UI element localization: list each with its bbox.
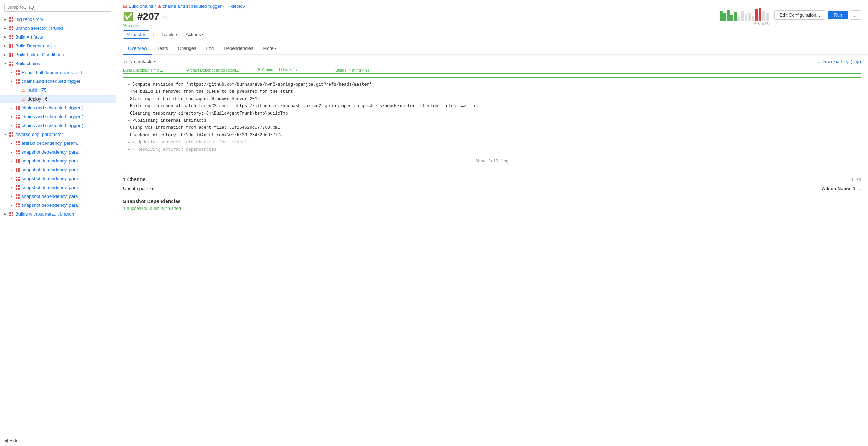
sidebar-item-snapshot-dep-2[interactable]: ▸snapshot dependency, para... (0, 156, 116, 165)
expand-arrow: ▸ (4, 26, 8, 30)
sidebar-label: snapshot dependency, para... (22, 185, 82, 190)
chart-bar (720, 11, 723, 21)
search-input[interactable] (4, 3, 111, 12)
sidebar-item-branch-selector[interactable]: ▸Branch selector (Trunk) (0, 24, 116, 33)
grid-icon (9, 17, 13, 22)
timeline-segment: ⚑Command Line < 1s (258, 68, 335, 73)
actions-button[interactable]: Actions ▾ (183, 31, 207, 38)
sidebar-item-big-repo[interactable]: ▸Big repository (0, 15, 116, 24)
sidebar: ▸Big repository▸Branch selector (Trunk)▸… (0, 0, 116, 446)
log-line: ▸Publishing internal artifacts (128, 117, 856, 124)
sidebar-label: Rebuild all dependencies and ... (22, 70, 87, 75)
expand-arrow: ▸ (4, 17, 8, 21)
success-icon: ✅ (123, 12, 134, 22)
log-expand[interactable]: ▸ (128, 117, 130, 124)
expand-arrow: ▸ (11, 141, 15, 145)
grid-icon (9, 53, 13, 57)
chart-bar (730, 15, 733, 21)
branch-button[interactable]: ⑂ master (123, 30, 149, 39)
run-button[interactable]: Run (828, 11, 848, 19)
log-line: ▸Compute revision for 'https://github.co… (128, 81, 856, 88)
hide-sidebar-button[interactable]: ◀ Hide (0, 435, 116, 446)
sidebar-item-chains-scheduled-1[interactable]: ▾chains and scheduled trigger (0, 77, 116, 86)
more-options-button[interactable]: ... (851, 10, 861, 20)
breadcrumb-deploy[interactable]: deploy (231, 4, 245, 9)
tab-dependencies[interactable]: Dependencies (219, 43, 258, 55)
details-button[interactable]: Details ▾ (157, 31, 180, 38)
sidebar-item-reverse-dep[interactable]: ▾reverse.dep. parameter (0, 130, 116, 139)
grid-icon (16, 150, 20, 154)
sidebar-label: snapshot dependency, para... (22, 202, 82, 208)
change-author: Admin Name (822, 186, 850, 191)
sidebar-item-build-75[interactable]: ⚠build +75 (0, 86, 116, 95)
sidebar-item-build-artifacts[interactable]: ▸Build Artifacts (0, 33, 116, 41)
grid-icon (16, 79, 20, 84)
sidebar-item-build-dependencies[interactable]: ▸Build Dependencies (0, 41, 116, 50)
sidebar-item-snapshot-dep-6[interactable]: ▸snapshot dependency, para... (0, 192, 116, 201)
edit-configuration-button[interactable]: Edit Configuration... (774, 10, 825, 20)
details-label: Details (160, 32, 174, 37)
chart-date-label: 6 Sep 18 (754, 22, 769, 26)
sidebar-item-snapshot-dep-5[interactable]: ▸snapshot dependency, para... (0, 183, 116, 192)
sidebar-item-chains-scheduled-3[interactable]: ▸chains and scheduled trigger (. (0, 112, 116, 121)
sidebar-label: artifact dependency, param... (22, 141, 81, 146)
chart-bar (741, 11, 744, 21)
content-area: ↑↓ No artifacts ▾ ↓ Download log (.zip) … (116, 55, 868, 446)
download-log-button[interactable]: ↓ Download log (.zip) (818, 59, 861, 64)
sidebar-label: snapshot dependency, para... (22, 149, 82, 155)
warning-icon: ⚠ (22, 97, 26, 102)
sidebar-item-chains-scheduled-4[interactable]: ▸chains and scheduled trigger (. (0, 121, 116, 130)
tab-more[interactable]: More ▾ (258, 43, 281, 55)
breadcrumb-chains-trigger[interactable]: chains and scheduled trigger (163, 4, 222, 9)
sidebar-label: Branch selector (Trunk) (15, 25, 63, 31)
sidebar-item-builds-no-branch[interactable]: ▸Builds without default branch (0, 210, 116, 218)
log-text: Compute revision for 'https://github.com… (132, 81, 856, 88)
no-artifacts-chevron: ▾ (154, 59, 156, 63)
build-action-buttons: ⑂ master | Details ▾ Actions ▾ (116, 29, 868, 41)
breadcrumb-grid-icon2: ⊞ (157, 4, 161, 9)
log-expand[interactable]: ▸ (128, 146, 130, 153)
no-artifacts-button[interactable]: ↑↓ No artifacts ▾ (123, 59, 156, 64)
log-expand[interactable]: ▸ (128, 81, 130, 88)
no-artifacts-icon: ↑↓ (123, 59, 128, 64)
sidebar-item-deploy-6[interactable]: ⚠deploy +6 (0, 95, 116, 103)
tab-overview[interactable]: Overview (123, 43, 152, 55)
tab-changes[interactable]: Changes (173, 43, 201, 55)
sidebar-item-snapshot-dep-1[interactable]: ▸snapshot dependency, para... (0, 148, 116, 156)
sidebar-item-snapshot-dep-4[interactable]: ▸snapshot dependency, para... (0, 174, 116, 183)
grid-icon (9, 26, 13, 30)
grid-icon (16, 70, 20, 75)
grid-icon (16, 141, 20, 145)
sidebar-item-snapshot-dep-7[interactable]: ▸snapshot dependency, para... (0, 201, 116, 210)
tab-tests[interactable]: Tests (152, 43, 173, 55)
timeline-progress-bar (123, 73, 861, 74)
log-expand[interactable]: ▸ (128, 139, 130, 146)
expand-arrow: ▸ (11, 106, 15, 110)
log-line: The build is removed from the queue to b… (128, 88, 856, 95)
sidebar-item-chains-scheduled-2[interactable]: ▸chains and scheduled trigger (. (0, 103, 116, 112)
grid-icon (9, 44, 13, 48)
sidebar-item-artifact-dep-param[interactable]: ▸artifact dependency, param... (0, 139, 116, 148)
favorite-star[interactable]: ☆ (163, 13, 168, 20)
sidebar-label: snapshot dependency, para... (22, 176, 82, 181)
sidebar-label: chains and scheduled trigger (. (22, 123, 85, 128)
expand-arrow: ▸ (4, 212, 8, 216)
grid-icon (9, 35, 13, 39)
sidebar-item-snapshot-dep-3[interactable]: ▸snapshot dependency, para... (0, 165, 116, 174)
expand-arrow: ▸ (11, 177, 15, 181)
change-description[interactable]: Update pom.xml (123, 186, 157, 191)
show-full-log-button[interactable]: Show full log (128, 155, 856, 168)
mini-chart: 6 Sep 18 (720, 4, 769, 26)
sidebar-item-build-chains[interactable]: ▾Build chains (0, 59, 116, 68)
change-title: 1 Change (123, 177, 145, 182)
change-arrow[interactable]: ↓ (859, 186, 861, 191)
sidebar-item-rebuild-all[interactable]: ▸Rebuild all dependencies and ... (0, 68, 116, 77)
build-log-box: ▸Compute revision for 'https://github.co… (123, 77, 861, 171)
grid-icon (9, 62, 13, 66)
breadcrumb-build-chains[interactable]: Build chains (128, 4, 153, 9)
log-text: Checkout directory: C:\BuildAgentTrunk\w… (130, 132, 856, 139)
sidebar-label: snapshot dependency, para... (22, 167, 82, 172)
sidebar-item-build-failure-conditions[interactable]: ▸Build Failure Conditions (0, 50, 116, 59)
tab-log[interactable]: Log (201, 43, 219, 55)
grid-icon (16, 115, 20, 119)
